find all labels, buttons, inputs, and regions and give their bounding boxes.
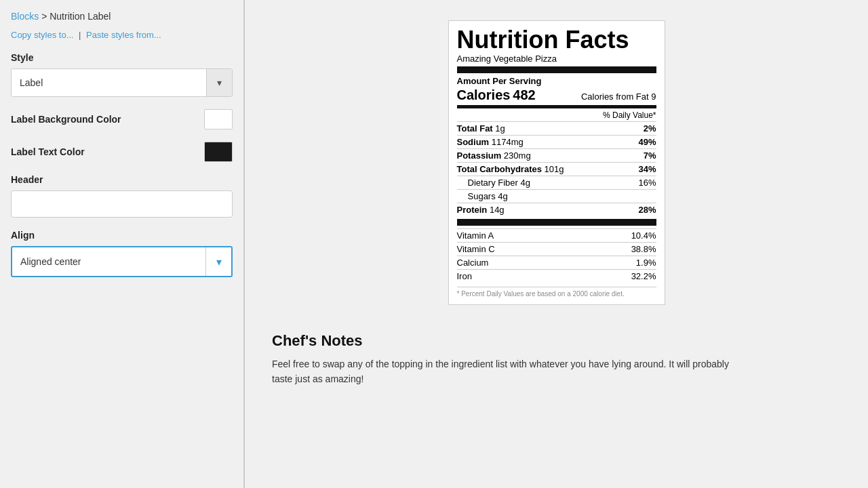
- vitamin-pct: 32.2%: [631, 271, 656, 281]
- align-label: Align: [11, 230, 233, 241]
- copy-paste-links: Copy styles to... | Paste styles from...: [11, 30, 233, 40]
- label-bg-color-row: Label Background Color: [11, 109, 233, 129]
- nutrition-amount-per: Amount Per Serving: [457, 76, 656, 86]
- row-pct: 49%: [638, 137, 656, 147]
- nutrition-label-card: Nutrition Facts Amazing Vegetable Pizza …: [448, 20, 665, 305]
- vitamin-row: Calcium 1.9%: [457, 256, 656, 269]
- nutrition-footnote: * Percent Daily Values are based on a 20…: [457, 287, 656, 298]
- nutrition-subtitle: Amazing Vegetable Pizza: [457, 54, 656, 64]
- paste-styles-link[interactable]: Paste styles from...: [86, 30, 161, 40]
- breadcrumb: Blocks > Nutrition Label: [11, 11, 233, 22]
- nutrition-calories-from-fat: Calories from Fat 9: [581, 92, 656, 102]
- copy-styles-link[interactable]: Copy styles to...: [11, 30, 73, 40]
- nutrition-calories-value: 482: [513, 87, 535, 102]
- row-pct: 28%: [638, 205, 656, 215]
- style-dropdown-value: Label: [12, 70, 206, 95]
- header-input[interactable]: [11, 190, 233, 218]
- vitamin-row: Iron 32.2%: [457, 269, 656, 283]
- label-text-color-swatch[interactable]: [204, 142, 233, 162]
- style-label: Style: [11, 52, 233, 63]
- vitamin-label: Vitamin A: [457, 230, 494, 241]
- label-bg-color-label: Label Background Color: [11, 114, 121, 125]
- row-label: Sugars 4g: [468, 191, 508, 201]
- nutrition-cal-fat-val: 9: [651, 92, 656, 102]
- vitamin-row: Vitamin A 10.4%: [457, 228, 656, 242]
- row-label: Potassium 230mg: [457, 150, 531, 161]
- link-separator: |: [79, 30, 83, 40]
- table-row: Dietary Fiber 4g 16%: [457, 176, 656, 189]
- row-pct: 7%: [644, 150, 656, 161]
- table-row: Sugars 4g: [457, 189, 656, 203]
- row-pct: 2%: [644, 123, 656, 134]
- nutrition-medium-bar: [457, 105, 656, 108]
- row-label: Dietary Fiber 4g: [468, 178, 530, 188]
- right-content: Nutrition Facts Amazing Vegetable Pizza …: [245, 0, 868, 488]
- nutrition-calories-left: Calories 482: [457, 87, 536, 103]
- nutrition-daily-value-header: % Daily Value*: [457, 110, 656, 120]
- table-row: Protein 14g 28%: [457, 203, 656, 216]
- table-row: Total Carbohydrates 101g 34%: [457, 162, 656, 176]
- vitamin-pct: 10.4%: [631, 230, 656, 241]
- align-dropdown-value: Aligned center: [12, 249, 205, 274]
- label-text-color-label: Label Text Color: [11, 146, 85, 157]
- row-label: Total Fat 1g: [457, 123, 505, 134]
- row-label: Total Carbohydrates 101g: [457, 164, 564, 174]
- chefs-notes-section: Chef's Notes Feel free to swap any of th…: [272, 332, 747, 387]
- chefs-notes-title: Chef's Notes: [272, 332, 747, 350]
- breadcrumb-current: Nutrition Label: [50, 11, 111, 22]
- row-pct: 34%: [638, 164, 656, 174]
- nutrition-thick-bar-bottom: [457, 219, 656, 226]
- nutrition-vitamins: Vitamin A 10.4% Vitamin C 38.8% Calcium …: [457, 228, 656, 283]
- table-row: Sodium 1174mg 49%: [457, 135, 656, 148]
- nutrition-title: Nutrition Facts: [457, 28, 656, 52]
- chefs-notes-text: Feel free to swap any of the topping in …: [272, 357, 747, 387]
- header-label: Header: [11, 174, 233, 185]
- breadcrumb-blocks-link[interactable]: Blocks: [11, 11, 39, 22]
- style-dropdown[interactable]: Label ▾: [11, 68, 233, 97]
- label-bg-color-swatch[interactable]: [204, 109, 233, 129]
- vitamin-row: Vitamin C 38.8%: [457, 242, 656, 256]
- table-row: Potassium 230mg 7%: [457, 148, 656, 162]
- header-section: Header: [11, 174, 233, 218]
- vitamin-label: Calcium: [457, 258, 489, 268]
- nutrition-calories-row: Calories 482 Calories from Fat 9: [457, 87, 656, 103]
- breadcrumb-separator: >: [41, 11, 50, 22]
- align-section: Align Aligned center ▾: [11, 230, 233, 277]
- nutrition-cal-fat-label: Calories from Fat: [581, 92, 649, 102]
- vitamin-label: Iron: [457, 271, 472, 281]
- label-text-color-row: Label Text Color: [11, 142, 233, 162]
- vitamin-label: Vitamin C: [457, 244, 495, 254]
- row-pct: 16%: [638, 178, 656, 188]
- align-dropdown-arrow-icon[interactable]: ▾: [205, 247, 231, 276]
- align-dropdown[interactable]: Aligned center ▾: [11, 246, 233, 277]
- row-label: Sodium 1174mg: [457, 137, 524, 147]
- left-panel: Blocks > Nutrition Label Copy styles to.…: [0, 0, 244, 488]
- table-row: Total Fat 1g 2%: [457, 121, 656, 135]
- style-dropdown-arrow-icon[interactable]: ▾: [206, 69, 232, 96]
- nutrition-thick-bar-top: [457, 66, 656, 73]
- vitamin-pct: 38.8%: [631, 244, 656, 254]
- vitamin-pct: 1.9%: [636, 258, 656, 268]
- nutrition-calories-label: Calories: [457, 87, 511, 102]
- row-label: Protein 14g: [457, 205, 505, 215]
